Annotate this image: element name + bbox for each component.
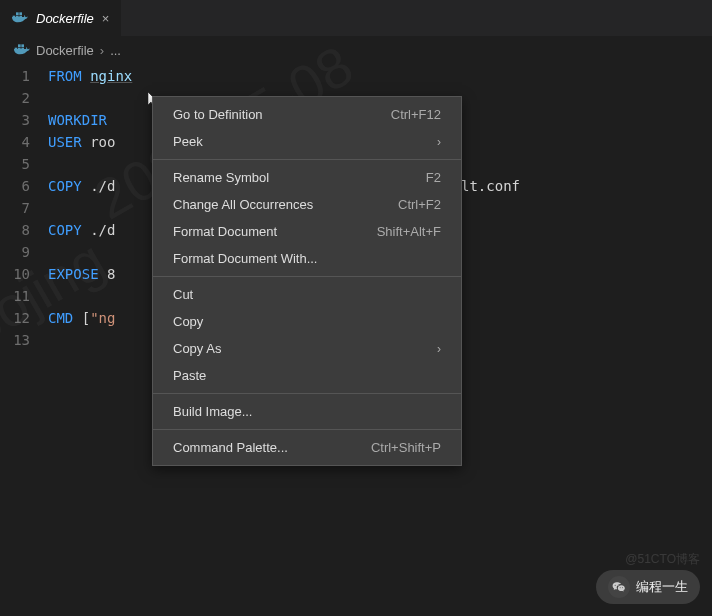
line-number: 1: [0, 65, 30, 87]
menu-item[interactable]: Format Document With...: [153, 245, 461, 272]
wechat-icon: [608, 576, 630, 598]
code-line[interactable]: FROM nginx: [48, 65, 712, 87]
svg-rect-8: [18, 44, 21, 47]
menu-separator: [153, 276, 461, 277]
menu-item[interactable]: Cut: [153, 281, 461, 308]
menu-shortcut: Ctrl+F12: [391, 107, 441, 122]
menu-item[interactable]: Paste: [153, 362, 461, 389]
line-number: 8: [0, 219, 30, 241]
menu-separator: [153, 429, 461, 430]
chevron-right-icon: ›: [437, 342, 441, 356]
menu-item-label: Build Image...: [173, 404, 253, 419]
menu-item[interactable]: Rename SymbolF2: [153, 164, 461, 191]
breadcrumb-file: Dockerfile: [36, 43, 94, 58]
menu-item[interactable]: Command Palette...Ctrl+Shift+P: [153, 434, 461, 461]
line-number: 4: [0, 131, 30, 153]
svg-rect-3: [16, 12, 19, 15]
close-icon[interactable]: ×: [102, 11, 110, 26]
context-menu: Go to DefinitionCtrl+F12Peek›Rename Symb…: [152, 96, 462, 466]
tab-bar: Dockerfile ×: [0, 0, 712, 36]
docker-icon: [12, 10, 28, 27]
menu-shortcut: F2: [426, 170, 441, 185]
badge-text: 编程一生: [636, 578, 688, 596]
menu-item[interactable]: Copy: [153, 308, 461, 335]
svg-rect-9: [21, 44, 24, 47]
menu-item[interactable]: Go to DefinitionCtrl+F12: [153, 101, 461, 128]
menu-separator: [153, 159, 461, 160]
line-number: 5: [0, 153, 30, 175]
menu-item-label: Change All Occurrences: [173, 197, 313, 212]
menu-shortcut: Shift+Alt+F: [377, 224, 441, 239]
menu-item-label: Cut: [173, 287, 193, 302]
line-number: 7: [0, 197, 30, 219]
menu-item[interactable]: Format DocumentShift+Alt+F: [153, 218, 461, 245]
chevron-right-icon: ›: [100, 43, 104, 58]
menu-item-label: Command Palette...: [173, 440, 288, 455]
svg-rect-4: [19, 12, 22, 15]
menu-shortcut: Ctrl+Shift+P: [371, 440, 441, 455]
menu-item-label: Rename Symbol: [173, 170, 269, 185]
menu-item-label: Peek: [173, 134, 203, 149]
line-number: 11: [0, 285, 30, 307]
menu-item[interactable]: Change All OccurrencesCtrl+F2: [153, 191, 461, 218]
chevron-right-icon: ›: [437, 135, 441, 149]
line-number: 10: [0, 263, 30, 285]
tab-dockerfile[interactable]: Dockerfile ×: [0, 0, 121, 36]
line-number: 12: [0, 307, 30, 329]
breadcrumb-more: ...: [110, 43, 121, 58]
menu-item[interactable]: Build Image...: [153, 398, 461, 425]
docker-icon: [14, 42, 30, 59]
menu-shortcut: Ctrl+F2: [398, 197, 441, 212]
channel-badge[interactable]: 编程一生: [596, 570, 700, 604]
tab-filename: Dockerfile: [36, 11, 94, 26]
menu-item-label: Format Document With...: [173, 251, 317, 266]
line-number: 6: [0, 175, 30, 197]
menu-item-label: Copy: [173, 314, 203, 329]
line-number: 9: [0, 241, 30, 263]
line-number: 2: [0, 87, 30, 109]
menu-item-label: Copy As: [173, 341, 221, 356]
breadcrumb[interactable]: Dockerfile › ...: [0, 36, 712, 65]
attribution-text: @51CTO博客: [625, 551, 700, 568]
menu-item-label: Format Document: [173, 224, 277, 239]
menu-item[interactable]: Peek›: [153, 128, 461, 155]
menu-item[interactable]: Copy As›: [153, 335, 461, 362]
line-gutter: 12345678910111213: [0, 65, 48, 351]
menu-item-label: Go to Definition: [173, 107, 263, 122]
line-number: 3: [0, 109, 30, 131]
menu-separator: [153, 393, 461, 394]
line-number: 13: [0, 329, 30, 351]
menu-item-label: Paste: [173, 368, 206, 383]
